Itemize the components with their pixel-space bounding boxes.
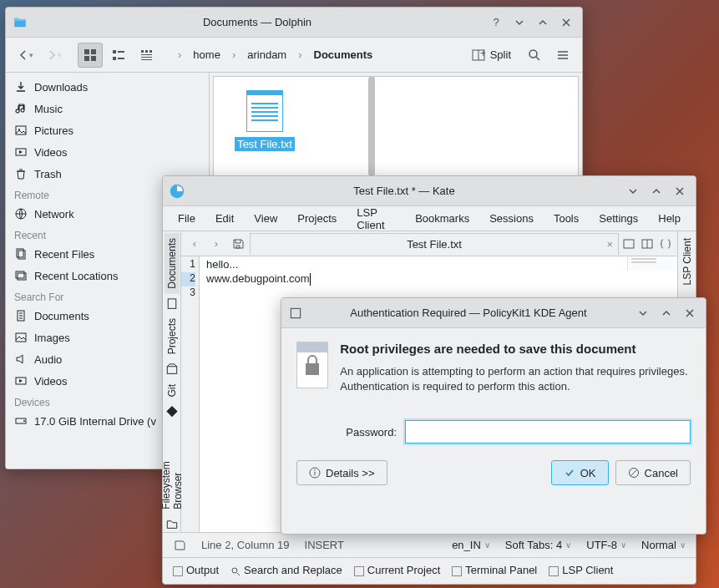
close-icon[interactable]: [557, 13, 575, 32]
svg-rect-41: [624, 240, 634, 248]
auth-heading: Root privileges are needed to save this …: [340, 342, 691, 356]
editor-tab[interactable]: Test File.txt×: [250, 233, 619, 255]
crumb-user[interactable]: arindam: [242, 47, 291, 63]
menu-view[interactable]: View: [244, 209, 287, 228]
svg-rect-22: [16, 126, 26, 134]
svg-rect-11: [141, 54, 152, 55]
network-icon: [14, 207, 28, 220]
close-icon[interactable]: [671, 182, 689, 200]
info-icon: [309, 467, 321, 479]
svg-point-50: [314, 469, 316, 471]
back-button[interactable]: ▾: [13, 43, 38, 68]
split-v-icon[interactable]: [641, 237, 654, 251]
menu-tools[interactable]: Tools: [544, 209, 589, 228]
bottom-output[interactable]: Output: [173, 564, 219, 576]
kate-left-sidebar: Documents Projects Git Filesystem Browse…: [163, 231, 181, 532]
auth-body: An application is attempting to perform …: [340, 364, 691, 393]
projects-icon: [165, 362, 179, 375]
file-mode[interactable]: Normal∨: [641, 539, 686, 551]
side-tab-lsp[interactable]: LSP Client: [680, 233, 695, 290]
side-tab-git[interactable]: Git: [165, 379, 180, 402]
dolphin-toolbar: ▾ ▾ › home › arindam › Documents +Split: [6, 38, 582, 73]
save-status-icon[interactable]: [173, 539, 186, 552]
pictures-icon: [14, 124, 28, 137]
menu-projects[interactable]: Projects: [287, 209, 347, 228]
bottom-lsp[interactable]: LSP Client: [549, 564, 613, 576]
dolphin-titlebar[interactable]: Documents — Dolphin ?: [6, 8, 582, 38]
minimize-icon[interactable]: [510, 13, 529, 32]
side-tab-fs[interactable]: Filesystem Browser: [159, 421, 185, 514]
details-button[interactable]: Details >>: [296, 460, 387, 485]
auth-titlebar[interactable]: Authentication Required — PolicyKit1 KDE…: [281, 298, 706, 328]
close-icon[interactable]: [681, 304, 699, 322]
insert-mode[interactable]: INSERT: [305, 539, 344, 551]
trash-icon: [14, 167, 28, 180]
maximize-icon[interactable]: [534, 13, 552, 32]
details-view-button[interactable]: [134, 43, 159, 68]
braces-icon[interactable]: [659, 237, 672, 251]
maximize-icon[interactable]: [647, 182, 666, 200]
svg-rect-9: [145, 50, 148, 53]
menu-button[interactable]: [550, 43, 575, 68]
ok-button[interactable]: OK: [551, 460, 609, 485]
breadcrumb[interactable]: › home › arindam › Documents: [173, 47, 377, 63]
help-icon[interactable]: ?: [487, 13, 505, 32]
menu-file[interactable]: File: [168, 209, 205, 228]
bottom-project[interactable]: Current Project: [354, 564, 440, 576]
scrollbar[interactable]: [368, 76, 375, 176]
bottom-terminal[interactable]: Terminal Panel: [452, 564, 537, 576]
recent-files-icon: [14, 247, 28, 261]
locale[interactable]: en_IN∨: [452, 539, 490, 551]
sidebar-item-videos[interactable]: Videos: [6, 141, 209, 163]
menu-help[interactable]: Help: [648, 209, 691, 228]
soft-tabs[interactable]: Soft Tabs: 4∨: [505, 539, 571, 551]
svg-rect-34: [16, 333, 26, 342]
images-icon: [14, 331, 28, 344]
menu-bookmarks[interactable]: Bookmarks: [405, 209, 479, 228]
forward-button[interactable]: ▾: [41, 43, 66, 68]
save-icon[interactable]: [231, 237, 245, 251]
icon-view-button[interactable]: [78, 43, 103, 68]
maximize-icon[interactable]: [657, 304, 676, 322]
tab-prev[interactable]: ‹: [185, 237, 205, 250]
cursor-pos[interactable]: Line 2, Column 19: [201, 539, 290, 551]
compact-view-button[interactable]: [106, 43, 131, 68]
file-item[interactable]: Test File.txt: [227, 90, 302, 151]
side-tab-documents[interactable]: Documents: [165, 233, 180, 294]
tab-next[interactable]: ›: [206, 237, 226, 250]
search-button[interactable]: [522, 43, 547, 68]
menu-settings[interactable]: Settings: [589, 209, 648, 228]
bottom-search[interactable]: Search and Replace: [230, 564, 342, 576]
download-icon: [14, 80, 28, 94]
side-tab-projects[interactable]: Projects: [165, 313, 180, 359]
check-icon: [564, 467, 575, 479]
sidebar-item-downloads[interactable]: Downloads: [6, 76, 209, 98]
text-cursor: [310, 273, 311, 286]
minimize-icon[interactable]: [634, 304, 652, 322]
svg-rect-40: [167, 367, 176, 374]
svg-rect-46: [291, 308, 300, 317]
password-input[interactable]: [405, 420, 691, 444]
kate-tab-bar: ‹ › Test File.txt×: [181, 231, 677, 256]
menu-sessions[interactable]: Sessions: [479, 209, 544, 228]
crumb-current[interactable]: Documents: [309, 47, 378, 63]
svg-rect-5: [118, 51, 124, 53]
sidebar-item-pictures[interactable]: Pictures: [6, 119, 209, 141]
kate-title: Test File.txt * — Kate: [190, 185, 619, 197]
sidebar-item-music[interactable]: Music: [6, 98, 209, 119]
minimap[interactable]: [627, 256, 677, 271]
cancel-icon: [628, 467, 640, 479]
folder-icon: [165, 518, 179, 530]
crumb-home[interactable]: home: [188, 47, 225, 63]
encoding[interactable]: UTF-8∨: [586, 539, 626, 551]
menu-edit[interactable]: Edit: [205, 209, 244, 228]
menu-lsp[interactable]: LSP Client: [347, 203, 405, 235]
split-h-icon[interactable]: [622, 237, 635, 251]
cancel-button[interactable]: Cancel: [615, 460, 691, 485]
close-tab-icon[interactable]: ×: [606, 238, 613, 251]
folder-app-icon: [13, 15, 28, 30]
kate-titlebar[interactable]: Test File.txt * — Kate: [163, 176, 696, 206]
split-button[interactable]: +Split: [464, 43, 519, 68]
minimize-icon[interactable]: [624, 182, 642, 200]
kate-bottom-tabs: Output Search and Replace Current Projec…: [163, 557, 696, 582]
